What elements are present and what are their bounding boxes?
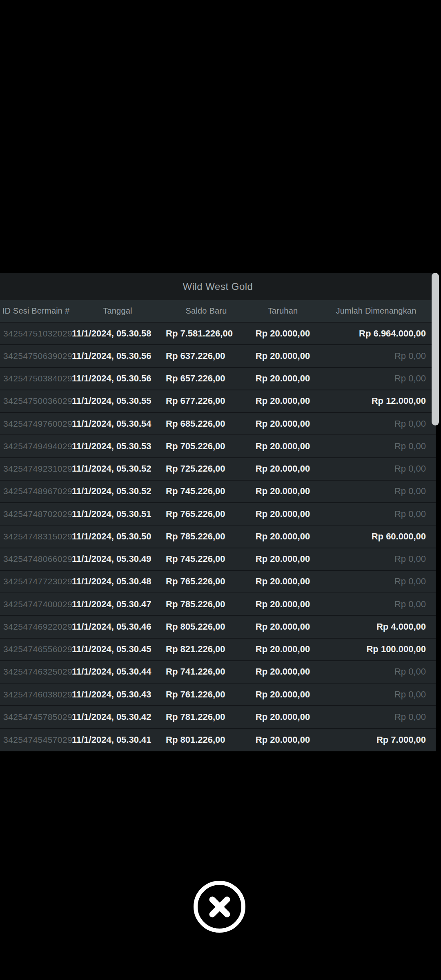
table-row: 3425474578502911/1/2024, 05.30.42Rp 781.… xyxy=(0,706,436,728)
cell-session-id: 34254749760029 xyxy=(0,419,72,429)
cell-amount-won: Rp 0,00 xyxy=(316,351,436,361)
game-history-content: Wild West Gold ID Sesi Bermain # Tanggal… xyxy=(0,273,436,751)
cell-date: 11/1/2024, 05.30.52 xyxy=(72,463,163,474)
cell-date: 11/1/2024, 05.30.54 xyxy=(72,419,163,429)
cell-new-balance: Rp 657.226,00 xyxy=(163,373,249,384)
cell-new-balance: Rp 801.226,00 xyxy=(163,735,249,745)
cell-session-id: 34254747400029 xyxy=(0,599,72,609)
cell-amount-won: Rp 100.000,00 xyxy=(316,644,436,655)
cell-amount-won: Rp 0,00 xyxy=(316,554,436,564)
cell-date: 11/1/2024, 05.30.45 xyxy=(72,644,163,655)
scrollbar-thumb[interactable] xyxy=(432,273,439,425)
cell-date: 11/1/2024, 05.30.55 xyxy=(72,396,163,406)
cell-new-balance: Rp 765.226,00 xyxy=(163,576,249,587)
column-header-date: Tanggal xyxy=(72,306,163,316)
x-circle-icon xyxy=(203,891,236,923)
cell-bet: Rp 20.000,00 xyxy=(249,666,316,677)
cell-session-id: 34254748066029 xyxy=(0,554,72,564)
cell-amount-won: Rp 0,00 xyxy=(316,712,436,722)
cell-date: 11/1/2024, 05.30.51 xyxy=(72,509,163,519)
table-row: 3425474923102911/1/2024, 05.30.52Rp 725.… xyxy=(0,458,436,481)
cell-bet: Rp 20.000,00 xyxy=(249,599,316,610)
close-button[interactable] xyxy=(194,881,245,933)
cell-amount-won: Rp 0,00 xyxy=(316,666,436,677)
cell-date: 11/1/2024, 05.30.58 xyxy=(72,328,163,339)
table-row: 3425475003602911/1/2024, 05.30.55Rp 677.… xyxy=(0,390,436,413)
cell-new-balance: Rp 781.226,00 xyxy=(163,712,249,722)
table-row: 3425474692202911/1/2024, 05.30.46Rp 805.… xyxy=(0,616,436,638)
cell-bet: Rp 20.000,00 xyxy=(249,644,316,655)
cell-bet: Rp 20.000,00 xyxy=(249,576,316,587)
cell-amount-won: Rp 7.000,00 xyxy=(316,735,436,745)
table-row: 3425474806602911/1/2024, 05.30.49Rp 745.… xyxy=(0,548,436,571)
cell-session-id: 34254751032029 xyxy=(0,329,72,339)
cell-date: 11/1/2024, 05.30.53 xyxy=(72,441,163,452)
cell-bet: Rp 20.000,00 xyxy=(249,396,316,406)
cell-new-balance: Rp 677.226,00 xyxy=(163,396,249,406)
cell-new-balance: Rp 705.226,00 xyxy=(163,441,249,452)
table-row: 3425475038402911/1/2024, 05.30.56Rp 657.… xyxy=(0,368,436,390)
cell-session-id: 34254749231029 xyxy=(0,464,72,474)
table-row: 3425474831502911/1/2024, 05.30.50Rp 785.… xyxy=(0,526,436,548)
cell-new-balance: Rp 821.226,00 xyxy=(163,644,249,655)
cell-bet: Rp 20.000,00 xyxy=(249,735,316,745)
cell-date: 11/1/2024, 05.30.44 xyxy=(72,666,163,677)
cell-amount-won: Rp 0,00 xyxy=(316,486,436,497)
cell-amount-won: Rp 0,00 xyxy=(316,441,436,452)
cell-amount-won: Rp 0,00 xyxy=(316,419,436,429)
cell-bet: Rp 20.000,00 xyxy=(249,689,316,700)
cell-amount-won: Rp 0,00 xyxy=(316,689,436,700)
game-history-dialog: Wild West Gold ID Sesi Bermain # Tanggal… xyxy=(0,273,441,751)
cell-session-id: 34254748702029 xyxy=(0,509,72,519)
cell-amount-won: Rp 60.000,00 xyxy=(316,531,436,542)
cell-date: 11/1/2024, 05.30.42 xyxy=(72,712,163,722)
cell-new-balance: Rp 765.226,00 xyxy=(163,509,249,519)
cell-bet: Rp 20.000,00 xyxy=(249,463,316,474)
cell-bet: Rp 20.000,00 xyxy=(249,441,316,452)
column-header-new-balance: Saldo Baru xyxy=(163,306,249,316)
cell-amount-won: Rp 0,00 xyxy=(316,373,436,384)
cell-new-balance: Rp 745.226,00 xyxy=(163,554,249,564)
cell-session-id: 34254749494029 xyxy=(0,441,72,451)
history-table-body[interactable]: 3425475103202911/1/2024, 05.30.58Rp 7.58… xyxy=(0,323,436,751)
cell-session-id: 34254748315029 xyxy=(0,532,72,541)
cell-new-balance: Rp 7.581.226,00 xyxy=(163,328,249,339)
table-row: 3425474870202911/1/2024, 05.30.51Rp 765.… xyxy=(0,503,436,526)
table-row: 3425474655602911/1/2024, 05.30.45Rp 821.… xyxy=(0,639,436,661)
cell-date: 11/1/2024, 05.30.46 xyxy=(72,621,163,632)
cell-amount-won: Rp 0,00 xyxy=(316,599,436,610)
table-header-row: ID Sesi Bermain # Tanggal Saldo Baru Tar… xyxy=(0,300,436,323)
cell-session-id: 34254745457029 xyxy=(0,735,72,745)
cell-session-id: 34254746325029 xyxy=(0,667,72,677)
cell-new-balance: Rp 805.226,00 xyxy=(163,621,249,632)
cell-amount-won: Rp 0,00 xyxy=(316,509,436,519)
cell-date: 11/1/2024, 05.30.41 xyxy=(72,735,163,745)
cell-new-balance: Rp 785.226,00 xyxy=(163,599,249,610)
cell-session-id: 34254748967029 xyxy=(0,486,72,496)
cell-date: 11/1/2024, 05.30.49 xyxy=(72,554,163,564)
column-header-amount-won: Jumlah Dimenangkan xyxy=(316,306,436,316)
table-row: 3425475063902911/1/2024, 05.30.56Rp 637.… xyxy=(0,345,436,368)
cell-session-id: 34254746038029 xyxy=(0,690,72,699)
dialog-titlebar: Wild West Gold xyxy=(0,273,436,300)
table-row: 3425474772302911/1/2024, 05.30.48Rp 765.… xyxy=(0,571,436,593)
game-title: Wild West Gold xyxy=(183,281,253,292)
table-row: 3425474545702911/1/2024, 05.30.41Rp 801.… xyxy=(0,729,436,751)
cell-new-balance: Rp 685.226,00 xyxy=(163,419,249,429)
cell-new-balance: Rp 785.226,00 xyxy=(163,531,249,542)
cell-amount-won: Rp 0,00 xyxy=(316,463,436,474)
cell-date: 11/1/2024, 05.30.56 xyxy=(72,351,163,361)
cell-session-id: 34254746556029 xyxy=(0,644,72,654)
table-row: 3425474976002911/1/2024, 05.30.54Rp 685.… xyxy=(0,413,436,435)
cell-date: 11/1/2024, 05.30.50 xyxy=(72,531,163,542)
cell-amount-won: Rp 0,00 xyxy=(316,576,436,587)
cell-bet: Rp 20.000,00 xyxy=(249,712,316,722)
cell-bet: Rp 20.000,00 xyxy=(249,373,316,384)
table-row: 3425474949402911/1/2024, 05.30.53Rp 705.… xyxy=(0,435,436,458)
cell-bet: Rp 20.000,00 xyxy=(249,531,316,542)
cell-bet: Rp 20.000,00 xyxy=(249,328,316,339)
column-header-bet: Taruhan xyxy=(249,306,316,316)
cell-new-balance: Rp 761.226,00 xyxy=(163,689,249,700)
cell-date: 11/1/2024, 05.30.52 xyxy=(72,486,163,497)
cell-amount-won: Rp 6.964.000,00 xyxy=(316,328,436,339)
